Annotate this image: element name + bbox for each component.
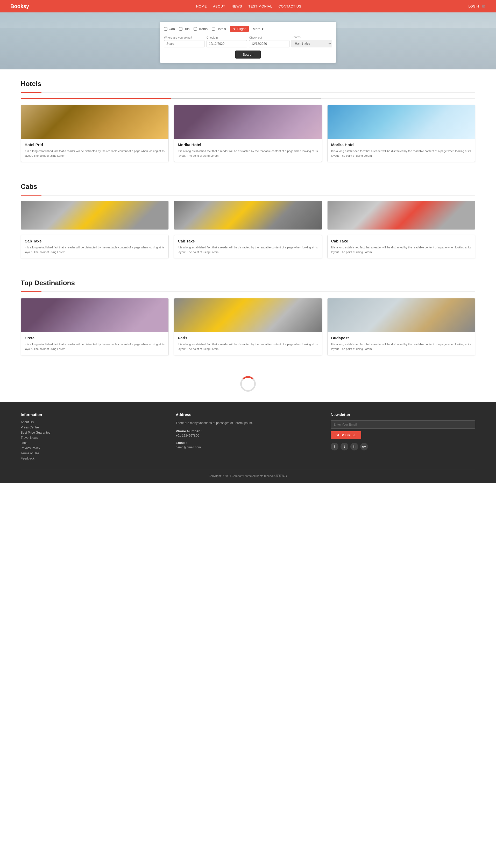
booking-form: Where are you going? Check-in Check-out … — [164, 35, 332, 47]
hotels-section: Hotels Hotel Prid It is a long establish… — [0, 69, 496, 172]
footer-link-press[interactable]: Press Centre — [21, 425, 165, 429]
hotel-text-2: It is a long established fact that a rea… — [178, 149, 318, 158]
where-input[interactable] — [164, 40, 204, 47]
dest-title-2: Paris — [178, 336, 318, 340]
cab-card-2: Cab Taxe It is a long established fact t… — [174, 235, 322, 258]
navbar: Booksy HOME ABOUT NEWS TESTIMONIAL CONTA… — [0, 0, 496, 13]
tab-more[interactable]: More ▾ — [253, 26, 264, 32]
footer-link-feedback[interactable]: Feedback — [21, 457, 165, 460]
nav-right: LOGIN 🛒 — [468, 4, 486, 8]
dest-text-2: It is a long established fact that a rea… — [178, 342, 318, 351]
chevron-down-icon: ▾ — [262, 27, 264, 31]
footer-grid: Information About US Press Centre Best P… — [21, 412, 475, 462]
footer-address-text: There are many variations of passages of… — [176, 420, 320, 425]
cab-title-1: Cab Taxe — [25, 239, 165, 243]
cab-card-1: Cab Taxe It is a long established fact t… — [21, 235, 169, 258]
dest-image-1 — [21, 299, 168, 332]
cab-text-1: It is a long established fact that a rea… — [25, 245, 165, 254]
hotels-title: Hotels — [21, 80, 475, 88]
loading-section — [0, 366, 496, 402]
dest-card-3: Budapest It is a long established fact t… — [327, 298, 475, 355]
footer-phone-value: +01 1234567890 — [176, 433, 320, 438]
footer-email-label: Email : — [176, 441, 320, 445]
where-label: Where are you going? — [164, 36, 204, 39]
footer-link-about[interactable]: About US — [21, 420, 165, 424]
checkin-field: Check-in — [206, 36, 247, 47]
cab-img-card-3 — [327, 201, 475, 230]
checkin-input[interactable] — [206, 40, 247, 47]
nav-testimonial[interactable]: TESTIMONIAL — [248, 4, 272, 8]
hotel-title-1: Hotel Prid — [25, 143, 165, 147]
rooms-field: Rooms Hair Styles — [292, 35, 332, 47]
destinations-section: Top Destinations Crete It is a long esta… — [0, 269, 496, 366]
login-link[interactable]: LOGIN — [468, 4, 479, 8]
footer-link-jobs[interactable]: Jobs — [21, 441, 165, 445]
footer-address-title: Address — [176, 412, 320, 417]
nav-contact[interactable]: CONTACT US — [278, 4, 301, 8]
flight-icon: ✈ — [233, 27, 236, 31]
hotel-text-1: It is a long established fact that a rea… — [25, 149, 165, 158]
search-button[interactable]: Search — [235, 50, 261, 59]
cabs-cards-grid: Cab Taxe It is a long established fact t… — [21, 235, 475, 258]
dest-card-1: Crete It is a long established fact that… — [21, 298, 169, 355]
hotel-text-3: It is a long established fact that a rea… — [331, 149, 471, 158]
footer-link-travelnews[interactable]: Travel News — [21, 436, 165, 439]
rooms-select[interactable]: Hair Styles — [292, 39, 332, 47]
footer-link-bestprice[interactable]: Best Price Guarantee — [21, 431, 165, 434]
footer: Information About US Press Centre Best P… — [0, 402, 496, 483]
tab-bus[interactable]: Bus — [179, 26, 189, 32]
booking-tabs: Cab Bus Trains Hotels ✈ Flight More ▾ — [164, 26, 332, 32]
tab-hotels[interactable]: Hotels — [212, 26, 226, 32]
tab-cab[interactable]: Cab — [164, 26, 175, 32]
hotel-image-2 — [174, 105, 322, 139]
dest-image-2 — [174, 299, 322, 332]
hotels-cards-grid: Hotel Prid It is a long established fact… — [21, 105, 475, 162]
social-links: f t in g+ — [331, 443, 475, 450]
cab-text-3: It is a long established fact that a rea… — [331, 245, 471, 254]
footer-information-title: Information — [21, 412, 165, 417]
hotel-card-3: Morika Hotel It is a long established fa… — [327, 105, 475, 162]
dest-text-3: It is a long established fact that a rea… — [331, 342, 471, 351]
footer-address-col: Address There are many variations of pas… — [176, 412, 320, 462]
dest-text-1: It is a long established fact that a rea… — [25, 342, 165, 351]
nav-home[interactable]: HOME — [196, 4, 207, 8]
linkedin-icon[interactable]: in — [350, 443, 358, 450]
footer-phone-label: Phone Number : — [176, 429, 320, 433]
cab-img-card-1 — [21, 201, 169, 230]
googleplus-icon[interactable]: g+ — [360, 443, 368, 450]
dest-title-1: Crete — [25, 336, 165, 340]
nav-about[interactable]: ABOUT — [213, 4, 225, 8]
footer-link-terms[interactable]: Terms of Use — [21, 451, 165, 455]
footer-newsletter-title: Newsletter — [331, 412, 475, 417]
hotel-card-1: Hotel Prid It is a long established fact… — [21, 105, 169, 162]
subscribe-button[interactable]: SUBSCRIBE — [331, 431, 361, 439]
footer-link-privacy[interactable]: Privacy Policy — [21, 446, 165, 450]
hotel-card-2: Morika Hotel It is a long established fa… — [174, 105, 322, 162]
cab-img-card-2 — [174, 201, 322, 230]
nav-links: HOME ABOUT NEWS TESTIMONIAL CONTACT US — [196, 4, 301, 8]
hotel-title-2: Morika Hotel — [178, 143, 318, 147]
cab-image-1 — [21, 201, 168, 229]
cab-image-3 — [328, 201, 475, 229]
rooms-label: Rooms — [292, 35, 332, 38]
cart-icon[interactable]: 🛒 — [481, 4, 486, 8]
newsletter-email-input[interactable] — [331, 420, 475, 429]
facebook-icon[interactable]: f — [331, 443, 338, 450]
footer-copyright: Copyright © 2024.Company name All rights… — [21, 470, 475, 478]
cabs-section: Cabs Cab Taxe It is a long established f… — [0, 172, 496, 269]
tab-trains[interactable]: Trains — [193, 26, 207, 32]
twitter-icon[interactable]: t — [341, 443, 348, 450]
hotel-title-3: Morika Hotel — [331, 143, 471, 147]
footer-email-value: demo@gmail.com — [176, 445, 320, 450]
checkout-input[interactable] — [249, 40, 290, 47]
cab-text-2: It is a long established fact that a rea… — [178, 245, 318, 254]
where-field: Where are you going? — [164, 36, 204, 47]
tab-flight[interactable]: ✈ Flight — [230, 26, 249, 32]
dest-image-3 — [328, 299, 475, 332]
cabs-title: Cabs — [21, 182, 475, 191]
hotel-image-3 — [328, 105, 475, 139]
brand: Booksy — [10, 3, 29, 9]
checkout-label: Check-out — [249, 36, 290, 39]
nav-news[interactable]: NEWS — [231, 4, 242, 8]
booking-box: Cab Bus Trains Hotels ✈ Flight More ▾ — [160, 22, 336, 63]
